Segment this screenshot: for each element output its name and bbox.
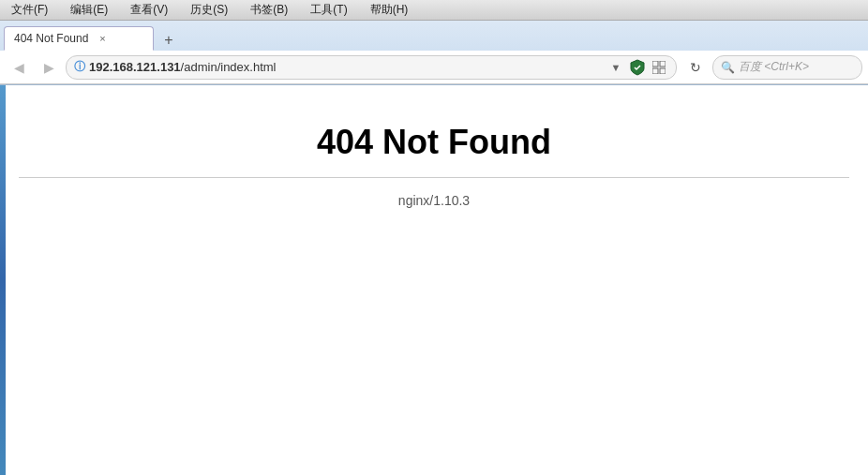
nav-bar: ◀ ▶ ⓘ 192.168.121.131/admin/index.html ▼ <box>0 51 868 84</box>
menu-view[interactable]: 查看(V) <box>127 0 172 20</box>
search-bar[interactable]: 🔍 百度 <Ctrl+K> <box>712 55 862 80</box>
active-tab[interactable]: 404 Not Found × <box>4 26 154 51</box>
browser-chrome: 404 Not Found × + ◀ ▶ ⓘ 192.168.121.131/… <box>0 21 868 85</box>
new-tab-button[interactable]: + <box>157 30 180 51</box>
address-bar[interactable]: ⓘ 192.168.121.131/admin/index.html ▼ <box>66 55 677 80</box>
back-button[interactable]: ◀ <box>6 54 32 81</box>
search-placeholder: 百度 <Ctrl+K> <box>739 59 809 75</box>
address-icons: ▼ <box>606 58 668 77</box>
tab-bar: 404 Not Found × + <box>0 21 868 51</box>
menu-bookmarks[interactable]: 书签(B) <box>247 0 292 20</box>
tab-close-button[interactable]: × <box>96 32 109 45</box>
page-content: 404 Not Found nginx/1.10.3 <box>0 85 868 475</box>
search-icon: 🔍 <box>721 61 735 74</box>
dropdown-icon[interactable]: ▼ <box>606 58 625 77</box>
svg-rect-0 <box>652 61 658 67</box>
server-info: nginx/1.10.3 <box>398 193 470 208</box>
address-text[interactable]: 192.168.121.131/admin/index.html <box>89 60 603 74</box>
reload-button[interactable]: ↻ <box>682 54 709 81</box>
menu-history[interactable]: 历史(S) <box>187 0 232 20</box>
svg-rect-3 <box>660 68 666 74</box>
divider <box>19 177 849 178</box>
error-heading: 404 Not Found <box>317 123 551 162</box>
address-host: 192.168.121.131 <box>89 60 181 74</box>
grid-icon[interactable] <box>650 58 668 77</box>
menu-help[interactable]: 帮助(H) <box>367 0 412 20</box>
left-decoration <box>0 85 6 475</box>
shield-icon <box>629 59 646 76</box>
os-menubar: 文件(F) 编辑(E) 查看(V) 历史(S) 书签(B) 工具(T) 帮助(H… <box>0 0 868 21</box>
forward-button[interactable]: ▶ <box>36 54 62 81</box>
info-icon: ⓘ <box>74 59 85 75</box>
svg-rect-2 <box>652 68 658 74</box>
menu-file[interactable]: 文件(F) <box>7 0 52 20</box>
address-path: /admin/index.html <box>181 60 277 74</box>
tab-title: 404 Not Found <box>14 32 88 45</box>
menu-edit[interactable]: 编辑(E) <box>67 0 112 20</box>
menu-tools[interactable]: 工具(T) <box>307 0 351 20</box>
svg-rect-1 <box>660 61 666 67</box>
